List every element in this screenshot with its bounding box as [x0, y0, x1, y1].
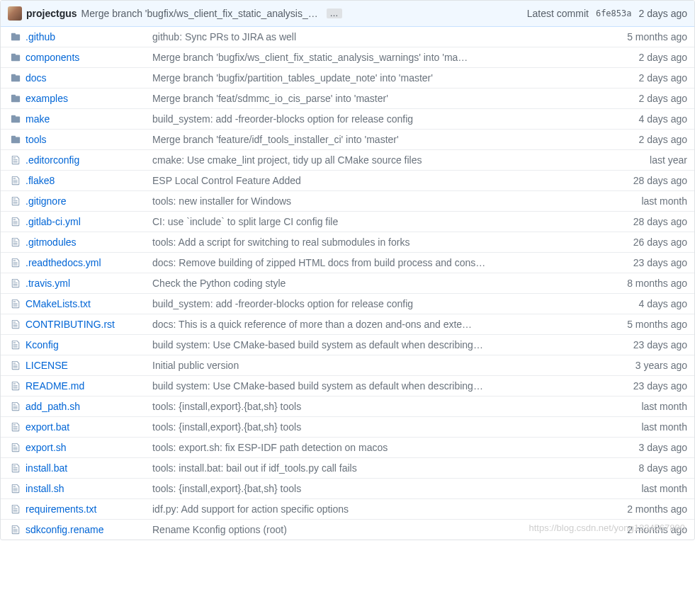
commit-message-link[interactable]: CI: use `include` to split large CI conf… [152, 216, 338, 227]
latest-commit-message[interactable]: Merge branch 'bugfix/ws_client_fix_stati… [81, 8, 322, 19]
file-link[interactable]: sdkconfig.rename [26, 524, 104, 535]
latest-commit-label: Latest commit [527, 8, 589, 19]
file-name: requirements.txt [23, 503, 152, 515]
file-link[interactable]: .flake8 [26, 175, 55, 186]
commit-message-link[interactable]: Check the Python coding style [152, 278, 286, 289]
commit-message: docs: This is a quick reference of more … [152, 319, 627, 330]
file-name: .gitmodules [23, 236, 152, 248]
commit-message-link[interactable]: Merge branch 'feature/idf_tools_installe… [152, 134, 399, 145]
author-name[interactable]: projectgus [26, 8, 77, 19]
file-name: components [23, 52, 152, 63]
file-age: 26 days ago [633, 236, 687, 248]
commit-message-link[interactable]: Merge branch 'bugfix/partition_tables_up… [152, 72, 433, 84]
file-row: docsMerge branch 'bugfix/partition_table… [1, 67, 694, 88]
commit-message: CI: use `include` to split large CI conf… [152, 216, 633, 227]
commit-message-link[interactable]: tools: install.bat: bail out if idf_tool… [152, 462, 357, 474]
commit-message-link[interactable]: docs: Remove building of zipped HTML doc… [152, 257, 485, 268]
file-row: toolsMerge branch 'feature/idf_tools_ins… [1, 129, 694, 149]
file-age: 2 days ago [639, 52, 688, 63]
commit-message-link[interactable]: build system: Use CMake-based build syst… [152, 339, 483, 350]
file-link[interactable]: export.bat [26, 421, 69, 433]
file-row: .githubgithub: Sync PRs to JIRA as well5… [1, 27, 694, 47]
file-link[interactable]: .readthedocs.yml [26, 257, 101, 268]
file-icon [11, 319, 21, 329]
commit-message-link[interactable]: tools: {install,export}.{bat,sh} tools [152, 483, 301, 494]
file-icon [11, 340, 21, 350]
file-icon [11, 278, 21, 288]
file-icon-cell [8, 340, 23, 350]
commit-message-link[interactable]: ESP Local Control Feature Added [152, 175, 301, 186]
commit-message-link[interactable]: tools: Add a script for switching to rea… [152, 236, 409, 248]
file-link[interactable]: .editorconfig [26, 154, 79, 166]
file-name: CMakeLists.txt [23, 298, 152, 309]
file-age: 8 months ago [627, 278, 687, 289]
file-row: export.battools: {install,export}.{bat,s… [1, 416, 694, 437]
file-icon [11, 401, 21, 411]
commit-message-link[interactable]: Initial public version [152, 360, 239, 371]
file-link[interactable]: .travis.yml [26, 278, 70, 289]
file-icon [11, 484, 21, 494]
file-row: componentsMerge branch 'bugfix/ws_client… [1, 47, 694, 67]
commit-message-link[interactable]: tools: export.sh: fix ESP-IDF path detec… [152, 442, 388, 453]
commit-message-link[interactable]: cmake: Use cmake_lint project, tidy up a… [152, 154, 422, 166]
commit-message: build system: Use CMake-based build syst… [152, 380, 633, 392]
commit-message-link[interactable]: tools: {install,export}.{bat,sh} tools [152, 401, 301, 412]
file-link[interactable]: components [26, 52, 79, 63]
file-link[interactable]: CONTRIBUTING.rst [26, 319, 115, 330]
commit-message-link[interactable]: Rename Kconfig options (root) [152, 524, 287, 535]
commit-message: idf.py: Add support for action specific … [152, 503, 627, 515]
file-icon-cell [8, 258, 23, 268]
file-name: .editorconfig [23, 154, 152, 166]
file-name: tools [23, 134, 152, 145]
file-link[interactable]: LICENSE [26, 360, 68, 371]
commit-message-link[interactable]: idf.py: Add support for action specific … [152, 503, 349, 515]
file-row: examplesMerge branch 'feat/sdmmc_io_cis_… [1, 88, 694, 108]
commit-message-link[interactable]: github: Sync PRs to JIRA as well [152, 31, 296, 42]
folder-icon [11, 32, 21, 42]
file-link[interactable]: .gitlab-ci.yml [26, 216, 81, 227]
file-link[interactable]: .gitmodules [26, 236, 77, 248]
file-name: README.md [23, 380, 152, 392]
file-icon [11, 258, 21, 268]
file-icon [11, 155, 21, 165]
file-icon-cell [8, 463, 23, 473]
file-link[interactable]: export.sh [26, 442, 67, 453]
file-link[interactable]: .gitignore [26, 195, 67, 207]
file-link[interactable]: Kconfig [26, 339, 59, 350]
commit-message-link[interactable]: tools: new installer for Windows [152, 195, 291, 207]
commit-message-link[interactable]: build_system: add -freorder-blocks optio… [152, 113, 413, 125]
file-icon-cell [8, 319, 23, 329]
file-link[interactable]: install.bat [26, 462, 67, 474]
file-name: add_path.sh [23, 401, 152, 412]
file-row: install.shtools: {install,export}.{bat,s… [1, 478, 694, 498]
file-row: .gitignoretools: new installer for Windo… [1, 190, 694, 211]
file-icon-cell [8, 484, 23, 494]
file-link[interactable]: install.sh [26, 483, 64, 494]
expand-commit-button[interactable]: … [327, 8, 342, 18]
file-name: export.bat [23, 421, 152, 433]
commit-message-link[interactable]: docs: This is a quick reference of more … [152, 319, 472, 330]
file-link[interactable]: README.md [26, 380, 84, 392]
commit-message-link[interactable]: Merge branch 'feat/sdmmc_io_cis_parse' i… [152, 93, 388, 104]
avatar[interactable] [8, 6, 22, 21]
file-icon-cell [8, 504, 23, 514]
commit-message-link[interactable]: tools: {install,export}.{bat,sh} tools [152, 421, 301, 433]
file-link[interactable]: .github [26, 31, 55, 42]
file-link[interactable]: requirements.txt [26, 503, 96, 515]
commit-message-link[interactable]: build_system: add -freorder-blocks optio… [152, 298, 413, 309]
file-link[interactable]: examples [26, 93, 68, 104]
file-name: .github [23, 31, 152, 42]
commit-message-link[interactable]: Merge branch 'bugfix/ws_client_fix_stati… [152, 52, 468, 63]
file-link[interactable]: tools [26, 134, 47, 145]
file-age: 2 months ago [627, 524, 687, 535]
file-icon [11, 443, 21, 452]
folder-icon [11, 52, 21, 62]
file-link[interactable]: CMakeLists.txt [26, 298, 91, 309]
commit-message-link[interactable]: build system: Use CMake-based build syst… [152, 380, 483, 392]
file-link[interactable]: make [26, 113, 50, 125]
file-link[interactable]: add_path.sh [26, 401, 80, 412]
file-link[interactable]: docs [26, 72, 47, 84]
file-row: makebuild_system: add -freorder-blocks o… [1, 108, 694, 129]
file-list: .githubgithub: Sync PRs to JIRA as well5… [1, 27, 694, 540]
commit-sha[interactable]: 6fe853a [596, 8, 632, 18]
